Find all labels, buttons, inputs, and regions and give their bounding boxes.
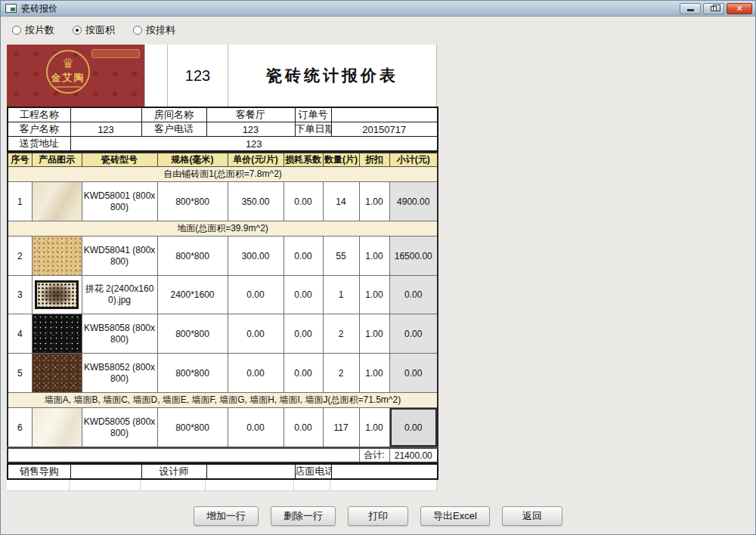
cell-model[interactable]: KWD58001 (800x800) [82,182,157,221]
value-customer-phone[interactable]: 123 [206,122,295,137]
cell-price[interactable]: 0.00 [228,314,284,354]
export-excel-button[interactable]: 导出Excel [420,506,490,526]
cell-model[interactable]: KWD58005 (800x800) [82,408,157,448]
cell-subtotal[interactable]: 0.00 [389,276,438,314]
cell-qty[interactable]: 55 [323,237,359,276]
cell-model[interactable]: KWD58041 (800x800) [82,237,157,276]
label-order-no: 订单号 [295,107,331,122]
col-seq: 序号 [8,153,32,167]
value-designer[interactable] [206,464,295,479]
value-store-phone[interactable] [331,464,438,479]
cell-spec[interactable]: 800*800 [157,408,228,448]
cell-discount[interactable]: 1.00 [359,408,389,448]
cell-loss[interactable]: 0.00 [284,314,323,354]
cell-loss[interactable]: 0.00 [284,182,323,221]
cell-tile-image[interactable] [32,276,82,314]
minimize-button[interactable] [680,3,701,14]
cell-tile-image[interactable] [32,182,82,221]
section-label: 地面(总面积=39.9m^2) [8,221,438,237]
print-button[interactable]: 打印 [348,506,408,526]
cell-qty[interactable]: 14 [323,182,359,221]
radio-by-piece[interactable]: 按片数 [12,23,54,37]
close-button[interactable]: ✕ [727,3,752,14]
cell-spec[interactable]: 2400*1600 [157,276,228,314]
value-customer-name[interactable]: 123 [70,122,141,137]
total-label: 合计: [359,448,389,463]
cell-qty[interactable]: 117 [323,408,359,448]
action-button-bar: 增加一行 删除一行 打印 导出Excel 返回 [1,506,755,526]
cell-tile-image[interactable] [32,237,82,276]
info-row-2: 客户名称 123 客户电话 123 下单日期 20150717 [8,122,438,137]
cell-seq: 4 [8,314,32,354]
cell-loss[interactable]: 0.00 [284,237,323,276]
value-sales-guide[interactable] [70,464,141,479]
cell-qty[interactable]: 1 [323,276,359,314]
restore-icon [711,6,717,11]
cell-discount[interactable]: 1.00 [359,354,389,393]
brand-logo: ♛ 金艾陶 [7,45,144,107]
col-spec: 规格(毫米) [157,153,228,167]
cell-seq: 1 [8,182,32,221]
cell-spec[interactable]: 800*800 [157,182,228,221]
col-loss-factor: 损耗系数 [284,153,323,167]
tile-quote-window: 瓷砖报价 ✕ 按片数 按面积 按排料 ♛ 金艾陶 [0,0,756,535]
cell-subtotal[interactable]: 0.00 [389,354,438,393]
radio-by-area[interactable]: 按面积 [73,23,115,37]
value-order-date[interactable]: 20150717 [331,122,438,137]
cell-model[interactable]: KWB58052 (800x800) [82,354,157,393]
cell-spec[interactable]: 800*800 [157,314,228,354]
cell-tile-image[interactable] [32,354,82,393]
radio-circle-selected [73,26,82,35]
delete-row-button[interactable]: 删除一行 [271,506,336,526]
cell-model[interactable]: 拼花 2(2400x1600).jpg [82,276,157,314]
cell-subtotal[interactable]: 4900.00 [389,182,438,221]
tile-image-beige-marble [33,182,82,221]
cell-price[interactable]: 350.00 [228,182,284,221]
cell-subtotal[interactable]: 0.00 [389,314,438,354]
header-spacer-cell [144,45,167,107]
value-delivery-address[interactable]: 123 [70,137,438,152]
cell-spec[interactable]: 800*800 [157,237,228,276]
header-code: 123 [167,45,228,107]
cell-discount[interactable]: 1.00 [359,276,389,314]
cell-price[interactable]: 300.00 [228,237,284,276]
cell-spec[interactable]: 800*800 [157,354,228,393]
cell-loss[interactable]: 0.00 [284,408,323,448]
cell-qty[interactable]: 2 [323,354,359,393]
tile-image-mosaic-pattern [35,280,79,309]
add-row-button[interactable]: 增加一行 [194,506,259,526]
cell-subtotal[interactable]: 16500.00 [389,237,438,276]
cell-price[interactable]: 0.00 [228,354,284,393]
radio-by-layout[interactable]: 按排料 [133,23,175,37]
cell-discount[interactable]: 1.00 [359,182,389,221]
cell-price[interactable]: 0.00 [228,276,284,314]
section-floor: 地面(总面积=39.9m^2) [8,221,438,237]
cell-subtotal-selected[interactable]: 0.00 [389,408,438,448]
order-info-table: 工程名称 房间名称 客餐厅 订单号 客户名称 123 客户电话 123 下单日期… [7,107,438,152]
mode-toolbar: 按片数 按面积 按排料 [1,17,755,43]
back-button[interactable]: 返回 [502,506,562,526]
cell-loss[interactable]: 0.00 [284,276,323,314]
value-order-no[interactable] [331,107,438,122]
cell-tile-image[interactable] [32,314,82,354]
value-project-name[interactable] [70,107,141,122]
col-quantity: 数量(片) [323,153,359,167]
col-model: 瓷砖型号 [82,153,157,167]
section-label: 墙面A, 墙面B, 墙面C, 墙面D, 墙面E, 墙面F, 墙面G, 墙面H, … [8,393,438,408]
cell-discount[interactable]: 1.00 [359,314,389,354]
cell-tile-image[interactable] [32,408,82,448]
cell-price[interactable]: 0.00 [228,408,284,448]
cell-discount[interactable]: 1.00 [359,237,389,276]
item-row-1: 1 KWD58001 (800x800) 800*800 350.00 0.00… [8,182,438,221]
restore-button[interactable] [703,3,724,14]
empty-grid-row [7,480,437,491]
label-customer-name: 客户名称 [8,122,70,137]
cell-loss[interactable]: 0.00 [284,354,323,393]
value-room-name[interactable]: 客餐厅 [206,107,295,122]
cell-model[interactable]: KWB58058 (800x800) [82,314,157,354]
sheet-title: 瓷砖统计报价表 [228,45,436,107]
cell-seq: 6 [8,408,32,448]
minimize-icon [687,9,694,11]
logo-tagline-bubble [91,49,140,58]
cell-qty[interactable]: 2 [323,314,359,354]
